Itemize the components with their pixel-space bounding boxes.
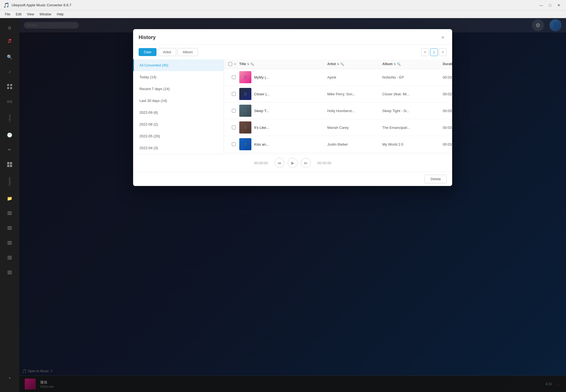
col-header-title: Title ⇅ 🔍 bbox=[239, 62, 327, 66]
player-play-button[interactable]: ▶ bbox=[288, 158, 298, 168]
row-2-title: Closer (... bbox=[254, 92, 270, 96]
sidebar-item-playlist-5[interactable] bbox=[4, 267, 15, 278]
row-3-thumbnail: 🎵 bbox=[239, 105, 251, 117]
menu-file[interactable]: File bbox=[2, 12, 13, 17]
col-header-album: Album ⇅ 🔍 bbox=[382, 62, 443, 66]
svg-rect-4 bbox=[10, 87, 12, 89]
sidebar-apple-music-logo[interactable] bbox=[5, 37, 14, 48]
col-title-label: Title bbox=[239, 62, 246, 66]
filter-tab-album[interactable]: Album bbox=[177, 48, 198, 56]
sidebar-item-search[interactable]: 🔍 bbox=[4, 51, 15, 62]
col-artist-label: Artist bbox=[327, 62, 336, 66]
select-all-checkbox[interactable] bbox=[228, 62, 232, 66]
row-4-checkbox[interactable] bbox=[232, 126, 236, 129]
titlebar: 🎵 Ukeysoft Apple Music Converter 8.6.7 —… bbox=[0, 0, 566, 10]
app-title: Ukeysoft Apple Music Converter 8.6.7 bbox=[12, 3, 537, 7]
sidebar-item-radio[interactable]: ((•)) bbox=[4, 96, 15, 107]
player-prev-button[interactable]: ⏮ bbox=[274, 158, 284, 168]
date-group-2022-04[interactable]: 2022-04 (3) bbox=[133, 142, 224, 154]
date-group-last30[interactable]: Last 30 days (14) bbox=[133, 95, 224, 107]
history-dialog: History × Date Artist Album < 1 > bbox=[133, 29, 452, 186]
open-in-music-link[interactable]: ↗ bbox=[8, 367, 11, 389]
table-row: 🎵 MyMy (... Apink NoNoNo - EP 00:03:54 ▶… bbox=[224, 69, 452, 86]
row-3-title-cell: 🎵 Sleep T... bbox=[239, 105, 327, 117]
delete-button[interactable]: Delete bbox=[425, 175, 447, 183]
player-next-button[interactable]: ⏭ bbox=[301, 158, 311, 168]
svg-rect-12 bbox=[7, 226, 12, 227]
svg-rect-13 bbox=[7, 228, 12, 228]
sidebar-item-home[interactable]: ⌂ bbox=[4, 22, 15, 33]
track-list: 🎵 MyMy (... Apink NoNoNo - EP 00:03:54 ▶… bbox=[224, 69, 452, 154]
date-group-all[interactable]: All Converted (45) bbox=[133, 59, 224, 71]
row-2-title-cell: 🎵 Closer (... bbox=[239, 88, 327, 100]
filter-tab-artist[interactable]: Artist bbox=[158, 48, 176, 56]
row-5-checkbox[interactable] bbox=[232, 142, 236, 146]
table-row: 🎵 It's Like... Mariah Carey The Emancipa… bbox=[224, 119, 452, 136]
page-prev-button[interactable]: < bbox=[421, 48, 429, 56]
sidebar-item-folder[interactable]: 📁 bbox=[4, 193, 15, 204]
dialog-footer: Delete bbox=[133, 172, 452, 186]
player-time-start: 00:00:00 bbox=[251, 161, 268, 165]
dialog-close-button[interactable]: × bbox=[439, 34, 447, 41]
sidebar-item-playlist-2[interactable] bbox=[4, 223, 15, 233]
row-1-title-cell: 🎵 MyMy (... bbox=[239, 71, 327, 83]
row-4-artist: Mariah Carey bbox=[327, 126, 382, 130]
app-icon: 🎵 bbox=[3, 2, 9, 8]
col-header-duration: Duration ⇅ bbox=[443, 62, 452, 66]
row-5-title-cell: 🎵 Kiss an... bbox=[239, 138, 327, 150]
col-header-checkbox: ▼ bbox=[228, 62, 239, 66]
sidebar-item-recently-added[interactable]: 🕐 bbox=[4, 129, 15, 140]
album-search-icon[interactable]: 🔍 bbox=[397, 62, 401, 66]
row-5-thumbnail: 🎵 bbox=[239, 138, 251, 150]
minimize-button[interactable]: — bbox=[537, 1, 545, 9]
date-group-2022-05[interactable]: 2022-05 (20) bbox=[133, 130, 224, 142]
artist-search-icon[interactable]: 🔍 bbox=[340, 62, 344, 66]
row-5-title: Kiss an... bbox=[254, 142, 269, 146]
svg-rect-7 bbox=[7, 165, 9, 167]
svg-rect-16 bbox=[7, 243, 12, 243]
row-4-thumbnail: 🎵 bbox=[239, 121, 251, 134]
row-4-title-cell: 🎵 It's Like... bbox=[239, 121, 327, 134]
page-next-button[interactable]: > bbox=[439, 48, 447, 56]
date-group-recent7[interactable]: Recent 7 days (14) bbox=[133, 83, 224, 95]
col-duration-label: Duration bbox=[443, 62, 452, 66]
row-5-artist: Justin Bieber bbox=[327, 142, 382, 146]
row-1-checkbox-cell bbox=[228, 75, 239, 79]
title-sort-icon: ⇅ bbox=[247, 63, 249, 66]
menu-help[interactable]: Help bbox=[54, 12, 67, 17]
menu-edit[interactable]: Edit bbox=[13, 12, 24, 17]
sidebar-item-playlist-1[interactable] bbox=[4, 208, 15, 219]
page-current-button[interactable]: 1 bbox=[430, 48, 438, 56]
date-group-2022-09[interactable]: 2022-09 (6) bbox=[133, 107, 224, 118]
tracks-panel: ▼ Title ⇅ 🔍 Artist ⇅ 🔍 bbox=[224, 59, 452, 154]
row-5-album: My World 2.0 bbox=[382, 142, 443, 146]
filter-tab-date[interactable]: Date bbox=[139, 48, 156, 56]
sidebar-item-albums[interactable] bbox=[4, 159, 15, 170]
col-header-artist: Artist ⇅ 🔍 bbox=[327, 62, 382, 66]
menu-view[interactable]: View bbox=[24, 12, 37, 17]
row-1-artist: Apink bbox=[327, 75, 382, 79]
row-3-checkbox-cell bbox=[228, 109, 239, 113]
sidebar-item-playlist-4[interactable] bbox=[4, 252, 15, 263]
sidebar-item-browse[interactable]: ♪ bbox=[4, 66, 15, 77]
menu-window[interactable]: Window bbox=[37, 12, 54, 17]
svg-rect-17 bbox=[7, 244, 12, 244]
row-3-duration: 00:03:38 bbox=[443, 109, 452, 113]
row-2-thumbnail: 🎵 bbox=[239, 88, 251, 100]
row-1-checkbox[interactable] bbox=[232, 75, 236, 79]
title-search-icon[interactable]: 🔍 bbox=[250, 62, 254, 66]
row-5-checkbox-cell bbox=[228, 142, 239, 146]
sidebar-item-playlist-3[interactable] bbox=[4, 237, 15, 248]
row-3-checkbox[interactable] bbox=[232, 109, 236, 113]
date-group-2022-08[interactable]: 2022-08 (2) bbox=[133, 118, 224, 130]
close-button[interactable]: ✕ bbox=[555, 1, 563, 9]
sidebar-item-artists[interactable]: ✏ bbox=[4, 144, 15, 155]
date-group-today[interactable]: Today (14) bbox=[133, 71, 224, 83]
row-2-checkbox[interactable] bbox=[232, 92, 236, 96]
filter-tabs: Date Artist Album bbox=[139, 48, 198, 56]
row-3-title: Sleep T... bbox=[254, 109, 269, 113]
sidebar-item-apps[interactable] bbox=[4, 81, 15, 92]
maximize-button[interactable]: □ bbox=[546, 1, 554, 9]
main-content: ⚙ 👤 魔镜 CoCo Lee 4:31 ... 🎵 Open in Music… bbox=[19, 18, 566, 392]
svg-rect-2 bbox=[10, 84, 12, 86]
